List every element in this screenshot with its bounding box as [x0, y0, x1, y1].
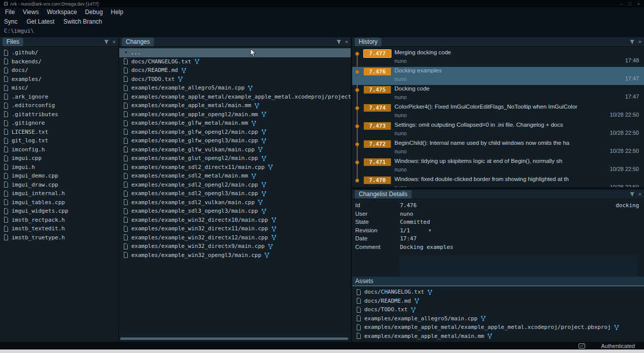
- file-tree-item[interactable]: .gitignore: [0, 119, 118, 128]
- commit-author: nuno: [394, 112, 407, 118]
- changed-file-row[interactable]: examples/example_apple_metal/main.mm: [119, 101, 351, 110]
- changes-panel-tab[interactable]: Changes: [122, 38, 154, 46]
- horizontal-scrollbar[interactable]: [120, 337, 348, 340]
- file-tree-item[interactable]: git_log.txt: [0, 136, 118, 145]
- file-icon: [356, 333, 361, 339]
- history-commit-row[interactable]: 7.475 Docking code nuno 17:47: [352, 85, 644, 103]
- asset-row[interactable]: docs/README.md: [352, 297, 644, 306]
- changed-file-row[interactable]: examples/example_sdl2_directx11/main.cpp: [119, 163, 351, 172]
- changed-file-row[interactable]: docs/TODO.txt: [119, 75, 351, 84]
- filter-icon[interactable]: [336, 39, 342, 45]
- file-tree-item[interactable]: .ark_ignore: [0, 93, 118, 102]
- changed-file-row[interactable]: examples/example_sdl2_opengl3/main.cpp: [119, 189, 351, 198]
- file-tree-item[interactable]: .github/: [0, 48, 118, 57]
- files-panel-tab[interactable]: Files: [3, 38, 23, 46]
- file-icon: [4, 191, 9, 197]
- history-commit-row[interactable]: 7.473 Settings: omit outputing Collapsed…: [352, 121, 644, 139]
- filter-icon[interactable]: [104, 39, 109, 45]
- close-icon[interactable]: ×: [638, 192, 641, 197]
- changed-file-row[interactable]: examples/example_glfw_vulkan/main.cpp: [119, 145, 351, 154]
- chevron-down-icon[interactable]: ▾: [429, 228, 431, 233]
- menu-item[interactable]: Views: [23, 9, 39, 16]
- minimize-button[interactable]: –: [620, 2, 622, 7]
- file-tree-item[interactable]: backends/: [0, 57, 118, 66]
- toolbar-button[interactable]: Switch Branch: [63, 18, 102, 25]
- history-commit-row[interactable]: 7.477 Merging docking code nuno 17:48: [352, 49, 644, 67]
- field-label: Comment: [355, 244, 380, 250]
- changed-file-row[interactable]: examples/example_glfw_opengl3/main.cpp: [119, 136, 351, 145]
- toolbar-button[interactable]: Get Latest: [27, 18, 54, 25]
- file-tree-item[interactable]: .gitattributes: [0, 110, 118, 119]
- menu-item[interactable]: Workspace: [47, 9, 77, 16]
- revision-badge: 7.473: [364, 122, 391, 130]
- changed-file-row[interactable]: examples/example_sdl2_vulkan/main.cpp: [119, 198, 351, 207]
- history-commit-row[interactable]: 7.476 Docking examples nuno 17:47: [352, 67, 644, 85]
- file-tree-item[interactable]: imconfig.h: [0, 145, 118, 154]
- details-panel-tab[interactable]: Changelist Details: [355, 190, 412, 199]
- file-tree-item[interactable]: misc/: [0, 83, 118, 93]
- changed-file-row[interactable]: examples/example_sdl2_metal/main.mm: [119, 171, 351, 181]
- changed-file-row[interactable]: examples/example_win32_opengl3/main.cpp: [119, 251, 351, 260]
- changed-file-row[interactable]: docs/CHANGELOG.txt: [119, 57, 351, 66]
- file-tree-item[interactable]: imgui_draw.cpp: [0, 181, 118, 190]
- close-button[interactable]: ×: [637, 2, 640, 7]
- changed-file-row[interactable]: examples/example_win32_directx10/main.cp…: [119, 216, 351, 225]
- changed-file-row[interactable]: examples/example_glfw_metal/main.mm: [119, 119, 351, 128]
- changed-file-row[interactable]: examples/example_sdl3_opengl3/main.cpp: [119, 207, 351, 216]
- toolbar-button[interactable]: Sync: [4, 18, 18, 25]
- file-tree-item[interactable]: imgui.cpp: [0, 154, 118, 163]
- asset-row[interactable]: examples/example_apple_metal/main.mm: [352, 332, 644, 341]
- filter-icon[interactable]: [629, 192, 635, 197]
- menu-item[interactable]: File: [5, 9, 15, 16]
- changed-file-row[interactable]: examples/example_win32_directx11/main.cp…: [119, 224, 351, 233]
- file-tree-item[interactable]: imgui_widgets.cpp: [0, 207, 118, 216]
- changed-file-row[interactable]: examples/example_glfw_opengl2/main.cpp: [119, 128, 351, 137]
- changed-file-row[interactable]: examples/example_win32_directx12/main.cp…: [119, 233, 351, 242]
- changed-file-row[interactable]: examples/example_glut_opengl2/main.cpp: [119, 154, 351, 163]
- file-name: .editorconfig: [12, 102, 55, 109]
- history-commit-row[interactable]: 7.474 ColorPicker4(): Fixed ImGuiColorEd…: [352, 103, 644, 121]
- asset-row[interactable]: docs/CHANGELOG.txt: [352, 288, 644, 297]
- file-tree-item[interactable]: imgui_internal.h: [0, 189, 118, 198]
- changed-file-row[interactable]: examples/example_sdl2_opengl2/main.cpp: [119, 181, 351, 190]
- changed-file-row[interactable]: examples/example_apple_metal/example_app…: [119, 93, 351, 102]
- changed-file-row[interactable]: examples/example_win32_directx9/main.cpp: [119, 242, 351, 251]
- close-icon[interactable]: ×: [113, 39, 116, 45]
- file-tree-item[interactable]: examples/: [0, 75, 118, 84]
- close-icon[interactable]: ×: [638, 39, 641, 45]
- collapse-triangle-icon[interactable]: ▼: [125, 50, 127, 55]
- asset-row[interactable]: examples/example_apple_metal/example_app…: [352, 323, 644, 332]
- filter-icon[interactable]: [629, 39, 635, 45]
- menu-item[interactable]: Debug: [85, 9, 103, 16]
- close-icon[interactable]: ×: [345, 39, 348, 45]
- file-tree-item[interactable]: .editorconfig: [0, 101, 118, 110]
- file-tree-item[interactable]: imgui.h: [0, 163, 118, 172]
- changelist-details-panel: Changelist Details × Id 7.476 ▾ docking …: [352, 190, 644, 342]
- file-tree-item[interactable]: imstb_truetype.h: [0, 233, 118, 242]
- maximize-button[interactable]: □: [628, 2, 631, 7]
- changed-file-row[interactable]: examples/example_apple_opengl2/main.mm: [119, 110, 351, 119]
- changes-root-row[interactable]: ▼ ...: [119, 48, 351, 57]
- changed-file-row[interactable]: docs/README.md: [119, 66, 351, 75]
- history-commit-row[interactable]: 7.472 BeginChild(): Internal name used b…: [352, 139, 644, 157]
- branch-icon: [261, 129, 267, 135]
- commit-time: 10/28 22:50: [610, 112, 639, 118]
- asset-row[interactable]: docs/TODO.txt: [352, 305, 644, 314]
- branch-icon: [268, 164, 273, 170]
- changed-file-path: examples/example_glfw_vulkan/main.cpp: [131, 146, 255, 153]
- file-tree-item[interactable]: imgui_tables.cpp: [0, 198, 118, 207]
- file-tree-item[interactable]: imstb_rectpack.h: [0, 216, 118, 225]
- file-tree-item[interactable]: docs/: [0, 66, 118, 75]
- changed-file-path: examples/example_win32_opengl3/main.cpp: [131, 252, 261, 258]
- file-tree-item[interactable]: LICENSE.txt: [0, 128, 118, 137]
- menu-item[interactable]: Help: [111, 9, 123, 16]
- file-tree-item[interactable]: imgui_demo.cpp: [0, 171, 118, 181]
- asset-row[interactable]: examples/example_allegro5/main.cpp: [352, 314, 644, 323]
- changed-file-row[interactable]: examples/example_allegro5/main.cpp: [119, 83, 351, 93]
- history-panel-tab[interactable]: History: [355, 38, 381, 46]
- changelist-fields: Id 7.476 ▾ docking User nuno ▾ State Com…: [352, 199, 644, 252]
- file-tree-item[interactable]: imstb_textedit.h: [0, 224, 118, 233]
- history-commit-row[interactable]: 7.471 Windows: tidying up skipitems logi…: [352, 157, 644, 175]
- history-commit-row[interactable]: 7.470 Windows: fixed double-clicked bord…: [352, 175, 644, 187]
- file-icon: [123, 199, 128, 205]
